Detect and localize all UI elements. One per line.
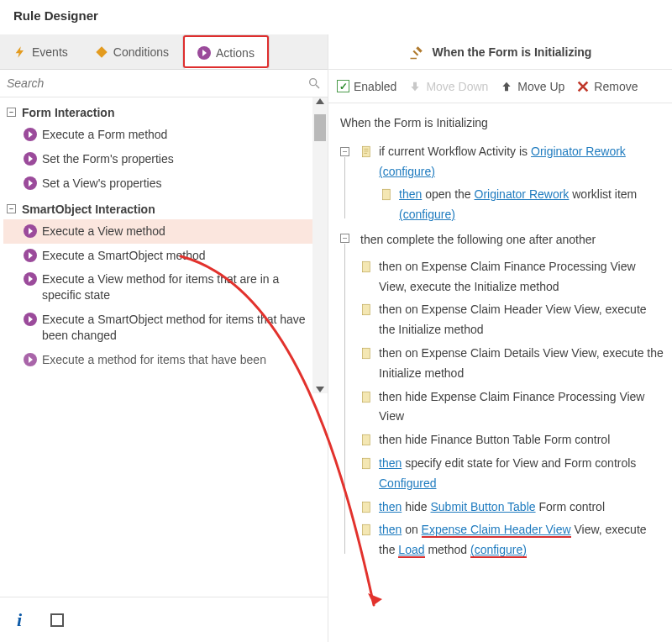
link-configure[interactable]: (configure) [379, 165, 435, 178]
doc-icon [360, 260, 373, 274]
doc-icon [360, 456, 373, 471]
step-6[interactable]: then specify edit state for View and For… [360, 454, 664, 494]
link-expense-claim-header-view[interactable]: Expense Claim Header View [422, 523, 571, 538]
arrow-circle-icon [24, 353, 37, 366]
rule-toolbar: ✓ Enabled Move Down Move Up Remove [328, 70, 672, 103]
move-up-button[interactable]: Move Up [500, 80, 564, 93]
action-set-view-properties[interactable]: Set a View's properties [3, 171, 324, 196]
svg-rect-10 [363, 392, 370, 403]
tab-conditions[interactable]: Conditions [81, 34, 182, 69]
scroll-thumb[interactable] [314, 114, 326, 141]
rule-intro: When the Form is Initializing [340, 113, 664, 134]
move-down-button: Move Down [408, 80, 488, 93]
doc-icon [360, 523, 373, 537]
bolt-icon [13, 45, 27, 59]
info-icon[interactable]: i [17, 609, 22, 631]
action-set-form-properties[interactable]: Set the Form's properties [3, 147, 324, 171]
svg-rect-7 [363, 261, 370, 272]
then-block: – then complete the following one after … [340, 229, 664, 560]
arrow-circle-icon [24, 249, 37, 262]
doc-icon [360, 145, 373, 159]
link-originator-rework[interactable]: Originator Rework [531, 145, 626, 158]
rule-body: When the Form is Initializing – if curre… [328, 103, 672, 574]
scroll-up-icon[interactable] [316, 98, 324, 104]
tab-events[interactable]: Events [0, 34, 81, 69]
action-execute-smartobject-method[interactable]: Execute a SmartObject method [3, 244, 324, 268]
link-configure-2[interactable]: (configure) [399, 208, 455, 221]
arrow-circle-icon [24, 224, 37, 238]
left-panel: Events Conditions Actions – Form Interac… [0, 34, 328, 642]
left-footer: i [0, 597, 328, 642]
gavel-icon [409, 45, 424, 60]
search-bar [0, 70, 328, 97]
then-keyword[interactable]: then [379, 523, 402, 536]
arrow-circle-icon [24, 176, 37, 190]
svg-rect-12 [363, 458, 370, 469]
rule-title-bar: When the Form is Initializing [328, 34, 672, 70]
link-load-method[interactable]: Load [398, 543, 424, 558]
doc-icon [360, 433, 373, 447]
collapse-icon[interactable]: – [340, 147, 349, 156]
svg-line-1 [316, 85, 319, 88]
tab-actions[interactable]: Actions [182, 34, 270, 69]
doc-icon [360, 303, 373, 317]
arrow-down-icon [408, 80, 422, 93]
svg-rect-6 [383, 190, 391, 201]
square-icon[interactable] [50, 613, 64, 627]
svg-rect-9 [363, 348, 370, 359]
link-configured[interactable]: Configured [379, 476, 437, 490]
doc-icon [360, 346, 373, 360]
diamond-icon [95, 45, 108, 59]
then-complete-label: then complete the following one after an… [360, 229, 664, 254]
step-1[interactable]: then on Expense Claim Finance Processing… [360, 257, 664, 297]
collapse-icon[interactable]: – [340, 234, 349, 243]
step-5[interactable]: then hide Finance Button Table Form cont… [360, 430, 664, 450]
collapse-icon[interactable]: – [7, 204, 16, 213]
arrow-circle-icon [197, 46, 211, 60]
if-block: – if current Workflow Activity is Origin… [340, 142, 664, 225]
then-keyword[interactable]: then [379, 500, 402, 513]
step-7[interactable]: then hide Submit Button Table Form contr… [360, 497, 664, 518]
link-submit-button-table[interactable]: Submit Button Table [431, 500, 536, 513]
x-icon [576, 80, 590, 93]
if-condition[interactable]: if current Workflow Activity is Originat… [360, 142, 664, 182]
step-4[interactable]: then hide Expense Claim Finance Processi… [360, 387, 664, 428]
svg-rect-13 [363, 502, 370, 513]
svg-rect-14 [363, 525, 370, 536]
check-icon: ✓ [337, 80, 349, 92]
enabled-toggle[interactable]: ✓ Enabled [337, 80, 396, 93]
scroll-down-icon[interactable] [316, 387, 324, 392]
arrow-circle-icon [24, 152, 37, 166]
arrow-circle-icon [24, 272, 37, 286]
action-execute-method-items[interactable]: Execute a method for items that have bee… [3, 348, 324, 372]
arrow-up-icon [500, 80, 513, 93]
then-keyword[interactable]: then [399, 187, 422, 201]
doc-icon [381, 187, 393, 202]
scrollbar[interactable] [312, 97, 328, 393]
section-smartobject-interaction[interactable]: – SmartObject Interaction [3, 199, 324, 219]
actions-tree: – Form Interaction Execute a Form method… [0, 97, 328, 393]
then-open-worklist[interactable]: then open the Originator Rework worklist… [381, 185, 664, 225]
section-form-interaction[interactable]: – Form Interaction [3, 103, 324, 123]
svg-rect-11 [363, 434, 370, 445]
remove-button[interactable]: Remove [576, 80, 638, 93]
search-input[interactable] [0, 70, 328, 97]
link-configure-3[interactable]: (configure) [470, 543, 527, 558]
then-keyword[interactable]: then [379, 456, 402, 470]
svg-rect-8 [363, 305, 370, 316]
action-execute-view-method-state[interactable]: Execute a View method for items that are… [3, 267, 324, 308]
collapse-icon[interactable]: – [7, 108, 16, 117]
svg-rect-2 [363, 146, 370, 157]
action-execute-view-method[interactable]: Execute a View method [3, 219, 324, 244]
step-2[interactable]: then on Expense Claim Header View View, … [360, 300, 664, 340]
right-panel: When the Form is Initializing ✓ Enabled … [328, 34, 672, 642]
doc-icon [360, 500, 373, 514]
step-8[interactable]: then on Expense Claim Header View View, … [360, 520, 664, 560]
action-execute-smartobject-changed[interactable]: Execute a SmartObject method for items t… [3, 308, 324, 348]
tabs-bar: Events Conditions Actions [0, 34, 328, 70]
step-3[interactable]: then on Expense Claim Details View View,… [360, 344, 664, 384]
search-icon[interactable] [307, 76, 321, 90]
page-title: Rule Designer [0, 0, 672, 34]
link-originator-rework-2[interactable]: Originator Rework [475, 187, 570, 201]
action-execute-form-method[interactable]: Execute a Form method [3, 123, 324, 147]
